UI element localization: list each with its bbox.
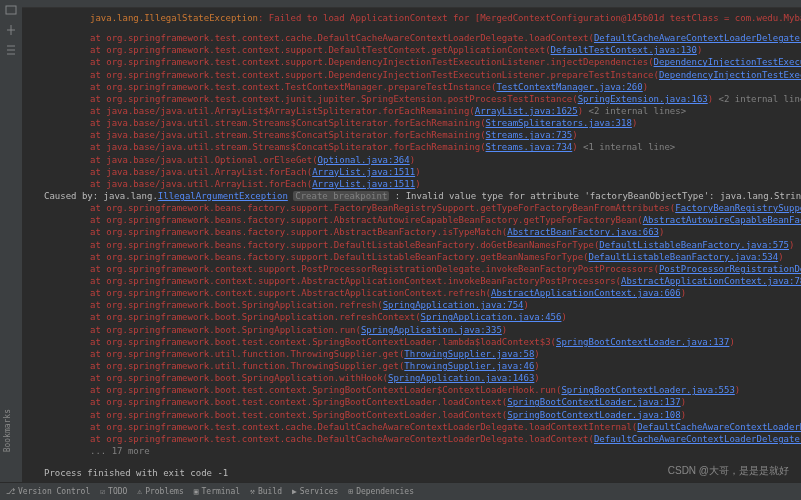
source-link[interactable]: Streams.java:735 [486, 130, 573, 140]
source-link[interactable]: AbstractApplicationContext.java:788 [621, 276, 801, 286]
stack-frame: at org.springframework.boot.test.context… [90, 409, 793, 421]
stack-frame: at java.base/java.util.ArrayList.forEach… [90, 166, 793, 178]
stack-frame: at org.springframework.boot.SpringApplic… [90, 311, 793, 323]
stack-frame: at java.base/java.util.ArrayList$ArrayLi… [90, 105, 793, 117]
status-problems[interactable]: ⚠Problems [137, 487, 183, 496]
stack-frame: at java.base/java.util.stream.Streams$Co… [90, 117, 793, 129]
stack-frame: at java.base/java.util.stream.Streams$Co… [90, 141, 793, 153]
source-link[interactable]: Optional.java:364 [318, 155, 410, 165]
exception-message: : Failed to load ApplicationContext for … [258, 13, 801, 23]
caused-by-exception-link[interactable]: IllegalArgumentException [158, 191, 288, 201]
source-link[interactable]: AbstractApplicationContext.java:606 [491, 288, 681, 298]
stack-frame: at org.springframework.context.support.A… [90, 287, 793, 299]
stack-frame: at org.springframework.boot.test.context… [90, 396, 793, 408]
project-icon[interactable] [5, 4, 17, 16]
stack-frame: at java.base/java.util.ArrayList.forEach… [90, 178, 793, 190]
structure-icon[interactable] [5, 44, 17, 56]
status-bar: ⎇Version Control ☑TODO ⚠Problems ▣Termin… [0, 482, 801, 500]
status-todo[interactable]: ☑TODO [100, 487, 127, 496]
exception-header: java.lang.IllegalStateException: Failed … [90, 12, 793, 24]
status-services[interactable]: ▶Services [292, 487, 338, 496]
stack-frame: at org.springframework.beans.factory.sup… [90, 239, 793, 251]
source-link[interactable]: SpringBootContextLoader.java:137 [507, 397, 680, 407]
source-link[interactable]: TestContextManager.java:260 [496, 82, 642, 92]
source-link[interactable]: DefaultListableBeanFactory.java:534 [589, 252, 779, 262]
stack-frame: at org.springframework.util.function.Thr… [90, 360, 793, 372]
stack-frame: at org.springframework.boot.SpringApplic… [90, 324, 793, 336]
stack-frame: at org.springframework.test.context.juni… [90, 93, 793, 105]
status-build[interactable]: ⚒Build [250, 487, 282, 496]
source-link[interactable]: SpringExtension.java:163 [578, 94, 708, 104]
stack-frame: at org.springframework.test.context.cach… [90, 433, 793, 445]
status-version-control[interactable]: ⎇Version Control [6, 487, 90, 496]
stack-frame: at org.springframework.util.function.Thr… [90, 348, 793, 360]
stack-frame: at org.springframework.test.context.supp… [90, 69, 793, 81]
source-link[interactable]: FactoryBeanRegistrySupport.java:86 [675, 203, 801, 213]
stack-frame: at org.springframework.context.support.A… [90, 275, 793, 287]
source-link[interactable]: PostProcessorRegistrationDelegate.java:1… [659, 264, 801, 274]
stack-frame: at org.springframework.beans.factory.sup… [90, 202, 793, 214]
source-link[interactable]: DependencyInjectionTestExecutionListener… [659, 70, 801, 80]
stack-frame: at org.springframework.test.context.Test… [90, 81, 793, 93]
source-link[interactable]: ArrayList.java:1511 [312, 167, 415, 177]
status-terminal[interactable]: ▣Terminal [194, 487, 240, 496]
source-link[interactable]: SpringBootContextLoader.java:553 [561, 385, 734, 395]
svg-rect-0 [6, 6, 16, 14]
stack-frame: at org.springframework.boot.SpringApplic… [90, 299, 793, 311]
source-link[interactable]: SpringApplication.java:335 [361, 325, 502, 335]
source-link[interactable]: DefaultListableBeanFactory.java:575 [599, 240, 789, 250]
watermark: CSDN @大哥，是是是就好 [668, 464, 789, 478]
stack-frame: at org.springframework.test.context.cach… [90, 421, 793, 433]
source-link[interactable]: ThrowingSupplier.java:58 [404, 349, 534, 359]
stack-frame: at java.base/java.util.Optional.orElseGe… [90, 154, 793, 166]
source-link[interactable]: SpringApplication.java:754 [383, 300, 524, 310]
stack-frame: at org.springframework.beans.factory.sup… [90, 251, 793, 263]
source-link[interactable]: SpringApplication.java:1463 [388, 373, 534, 383]
source-link[interactable]: SpringBootContextLoader.java:137 [556, 337, 729, 347]
stack-frame: at org.springframework.boot.SpringApplic… [90, 372, 793, 384]
stack-frame: at java.base/java.util.stream.Streams$Co… [90, 129, 793, 141]
commit-icon[interactable] [5, 24, 17, 36]
top-tab-strip [22, 0, 801, 8]
stack-frame: at org.springframework.boot.test.context… [90, 336, 793, 348]
stack-frame: at org.springframework.context.support.P… [90, 263, 793, 275]
left-tool-gutter: Bookmarks [0, 0, 22, 482]
source-link[interactable]: ArrayList.java:1511 [312, 179, 415, 189]
status-dependencies[interactable]: ⊞Dependencies [348, 487, 414, 496]
source-link[interactable]: AbstractBeanFactory.java:663 [507, 227, 659, 237]
source-link[interactable]: ThrowingSupplier.java:46 [404, 361, 534, 371]
source-link[interactable]: DefaultTestContext.java:130 [551, 45, 697, 55]
stack-frame: at org.springframework.test.context.cach… [90, 32, 793, 44]
source-link[interactable]: DependencyInjectionTestExecutionListener… [654, 57, 801, 67]
source-link[interactable]: DefaultCacheAwareContextLoaderDelegate.j… [594, 434, 801, 444]
source-link[interactable]: SpringApplication.java:456 [421, 312, 562, 322]
stack-frame: at org.springframework.boot.test.context… [90, 384, 793, 396]
source-link[interactable]: ArrayList.java:1625 [475, 106, 578, 116]
source-link[interactable]: AbstractAutowireCapableBeanFactory.java:… [643, 215, 801, 225]
more-frames: ... 17 more [90, 445, 793, 457]
create-breakpoint-hint[interactable]: Create breakpoint [293, 191, 389, 201]
stack-frame: at org.springframework.test.context.supp… [90, 44, 793, 56]
side-label-bookmarks[interactable]: Bookmarks [3, 409, 12, 452]
console-output[interactable]: java.lang.IllegalStateException: Failed … [22, 8, 801, 482]
stack-frame: at org.springframework.beans.factory.sup… [90, 226, 793, 238]
exception-class: java.lang.IllegalStateException [90, 13, 258, 23]
source-link[interactable]: SpringBootContextLoader.java:108 [507, 410, 680, 420]
stack-frame: at org.springframework.test.context.supp… [90, 56, 793, 68]
stack-frame: at org.springframework.beans.factory.sup… [90, 214, 793, 226]
source-link[interactable]: DefaultCacheAwareContextLoaderDelegate.j… [637, 422, 801, 432]
source-link[interactable]: StreamSpliterators.java:318 [486, 118, 632, 128]
source-link[interactable]: DefaultCacheAwareContextLoaderDelegate.j… [594, 33, 801, 43]
caused-by-line: Caused by: java.lang.IllegalArgumentExce… [44, 190, 793, 202]
source-link[interactable]: Streams.java:734 [486, 142, 573, 152]
